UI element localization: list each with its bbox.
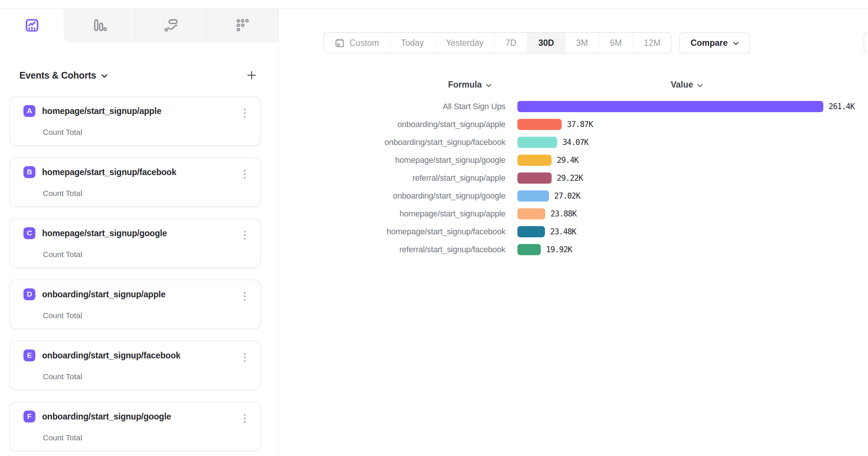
series-bar[interactable] (517, 119, 562, 130)
insights-icon (25, 18, 39, 32)
event-letter-badge: C (23, 227, 35, 239)
tab-retention[interactable] (207, 9, 278, 42)
range-label: Custom (350, 38, 379, 48)
event-list: Ahomepage/start_signup/appleCount TotalB… (9, 96, 261, 452)
event-card[interactable]: Ahomepage/start_signup/appleCount Total (9, 96, 261, 146)
series-label: onboarding/start_signup/facebook (335, 137, 505, 147)
series-bar[interactable] (517, 190, 549, 202)
event-title: homepage/start_signup/apple (42, 106, 162, 116)
series-value: 29.4K (557, 156, 578, 165)
column-header-value[interactable]: Value (671, 80, 703, 90)
range-label: 7D (505, 38, 516, 48)
event-options-button[interactable] (238, 106, 251, 121)
tab-flow[interactable] (135, 9, 207, 42)
event-card[interactable]: Donboarding/start_signup/appleCount Tota… (9, 279, 261, 329)
series-value: 29.22K (557, 174, 583, 183)
flow-icon (164, 18, 179, 33)
event-letter-badge: D (23, 288, 35, 300)
tab-bar-chart[interactable] (64, 9, 135, 42)
formula-header-label: Formula (448, 80, 482, 90)
event-card[interactable]: Fonboarding/start_signup/googleCount Tot… (9, 402, 261, 452)
event-card[interactable]: Bhomepage/start_signup/facebookCount Tot… (9, 157, 261, 207)
kebab-icon (243, 291, 246, 302)
range-button-3m[interactable]: 3M (565, 33, 599, 53)
plus-icon (246, 70, 257, 81)
event-options-button[interactable] (238, 289, 251, 304)
series-bar[interactable] (517, 226, 545, 237)
range-label: Yesterday (446, 38, 484, 48)
series-value: 261.4K (829, 102, 855, 111)
event-card[interactable]: Chomepage/start_signup/googleCount Total (9, 218, 261, 268)
events-cohorts-dropdown[interactable]: Events & Cohorts (19, 70, 108, 81)
range-label: Today (401, 38, 424, 48)
event-title: onboarding/start_signup/google (42, 412, 171, 422)
range-label: 12M (644, 38, 661, 48)
chart-row: referral/start_signup/facebook19.92K (335, 241, 855, 259)
series-bar[interactable] (517, 137, 557, 148)
range-button-30d[interactable]: 30D (527, 33, 565, 53)
event-letter-badge: E (23, 349, 35, 361)
kebab-icon (243, 352, 246, 363)
chart-row: onboarding/start_signup/google27.02K (335, 187, 855, 205)
report-type-tabs (0, 9, 278, 42)
date-range-toolbar: CustomTodayYesterday7D30D3M6M12M Compare (323, 32, 750, 54)
series-label: All Start Sign Ups (335, 102, 505, 111)
event-card-header: Eonboarding/start_signup/facebook (23, 349, 181, 361)
events-cohorts-label: Events & Cohorts (19, 70, 96, 81)
series-bar[interactable] (517, 101, 823, 112)
event-metric: Count Total (43, 250, 82, 259)
series-bar[interactable] (517, 155, 552, 166)
sidebar-divider (278, 8, 279, 456)
event-card-header: Donboarding/start_signup/apple (23, 288, 166, 300)
series-value: 23.88K (551, 209, 577, 218)
compare-button[interactable]: Compare (679, 32, 750, 54)
series-bar[interactable] (517, 172, 552, 184)
series-label: homepage/start_signup/facebook (335, 227, 505, 237)
chart-row: All Start Sign Ups261.4K (335, 98, 855, 115)
event-options-button[interactable] (238, 350, 251, 365)
tab-insights[interactable] (0, 9, 64, 42)
chart-row: homepage/start_signup/google29.4K (335, 151, 855, 169)
range-button-7d[interactable]: 7D (494, 33, 527, 53)
series-label: homepage/start_signup/google (335, 155, 505, 165)
range-button-yesterday[interactable]: Yesterday (435, 33, 494, 53)
bar-chart-icon (92, 18, 107, 33)
event-card-header: Bhomepage/start_signup/facebook (23, 166, 176, 178)
chart-row: homepage/start_signup/facebook23.48K (335, 223, 855, 241)
range-button-12m[interactable]: 12M (633, 33, 671, 53)
series-label: onboarding/start_signup/apple (335, 120, 505, 129)
range-button-6m[interactable]: 6M (599, 33, 633, 53)
horizontal-bar-chart: All Start Sign Ups261.4Konboarding/start… (335, 98, 855, 259)
event-metric: Count Total (43, 128, 82, 137)
range-label: 6M (610, 38, 622, 48)
event-letter-badge: B (23, 166, 35, 178)
event-options-button[interactable] (238, 411, 251, 426)
event-metric: Count Total (43, 372, 82, 381)
event-metric: Count Total (43, 189, 82, 198)
date-range-group: CustomTodayYesterday7D30D3M6M12M (323, 32, 672, 54)
kebab-icon (243, 414, 246, 424)
event-letter-badge: F (23, 411, 35, 422)
series-bar[interactable] (517, 244, 541, 255)
chevron-down-icon (697, 84, 703, 88)
event-card[interactable]: Eonboarding/start_signup/facebookCount T… (9, 341, 261, 390)
chart-row: referral/start_signup/apple29.22K (335, 169, 855, 187)
event-card-header: Fonboarding/start_signup/google (23, 411, 171, 422)
add-event-button[interactable] (243, 66, 261, 84)
series-bar[interactable] (517, 208, 545, 219)
chart-row: onboarding/start_signup/facebook34.07K (335, 133, 855, 151)
calendar-icon (335, 38, 345, 48)
clipped-edge-button[interactable] (864, 32, 868, 54)
kebab-icon (243, 108, 246, 118)
range-button-today[interactable]: Today (390, 33, 434, 53)
chart-row: onboarding/start_signup/apple37.87K (335, 115, 855, 133)
event-title: onboarding/start_signup/apple (42, 289, 166, 300)
event-options-button[interactable] (238, 167, 251, 182)
series-value: 23.48K (550, 227, 576, 236)
event-options-button[interactable] (238, 228, 251, 243)
series-label: homepage/start_signup/apple (335, 209, 505, 219)
event-card-header: Ahomepage/start_signup/apple (23, 105, 162, 117)
range-button-custom[interactable]: Custom (324, 33, 390, 53)
column-header-formula[interactable]: Formula (448, 80, 492, 90)
event-card-header: Chomepage/start_signup/google (23, 227, 167, 239)
